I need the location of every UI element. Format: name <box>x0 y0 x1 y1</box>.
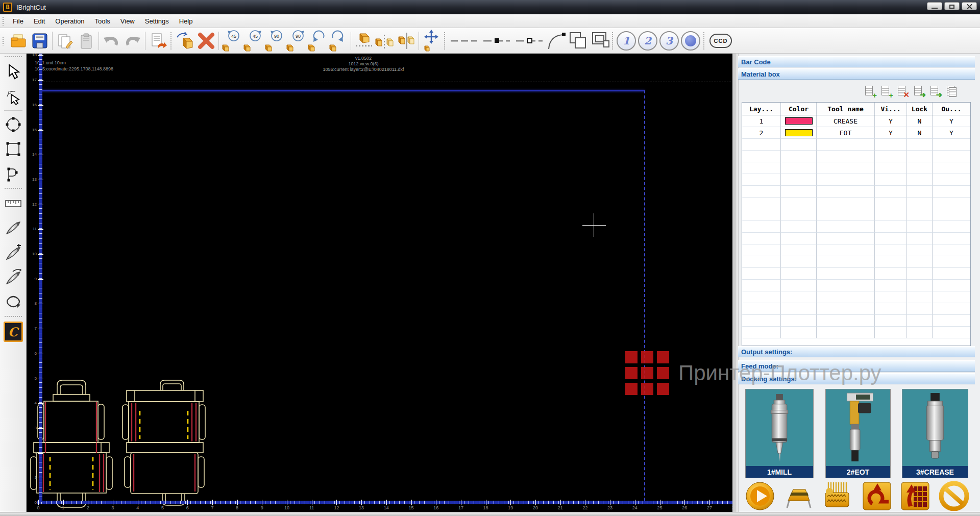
material-table-empty-row[interactable] <box>742 244 970 256</box>
head-all-button[interactable] <box>680 30 701 52</box>
material-box-toolbar: + + ✕ ➜ ➜ <box>738 82 975 101</box>
section-material-box[interactable]: Material box <box>738 68 975 80</box>
copy-button[interactable] <box>54 30 76 52</box>
svg-text:45: 45 <box>231 34 236 39</box>
dieline-drawing[interactable] <box>27 54 732 512</box>
minimize-button[interactable] <box>927 2 942 10</box>
menu-item-settings[interactable]: Settings <box>140 15 174 27</box>
line-style-node-button[interactable] <box>480 30 513 52</box>
output-file-button[interactable] <box>147 30 168 52</box>
add-layer-button[interactable]: + <box>864 85 876 98</box>
rect-tool-button[interactable] <box>2 137 25 161</box>
material-table-empty-row[interactable] <box>742 315 970 327</box>
material-table-row[interactable]: 1CREASEYNY <box>742 115 970 127</box>
material-table-empty-row[interactable] <box>742 268 970 280</box>
grid-arrow-button[interactable] <box>900 481 930 511</box>
mirror-horizontal-button[interactable] <box>374 30 396 52</box>
close-button[interactable] <box>962 2 977 10</box>
material-table-empty-row[interactable] <box>742 186 970 198</box>
stop-button[interactable] <box>939 481 969 511</box>
line-dash-icon <box>449 36 479 46</box>
tool-card-eot[interactable]: 2#EOT <box>825 389 891 478</box>
tool-card-label: 2#EOT <box>826 466 890 478</box>
save-button[interactable] <box>29 30 51 52</box>
material-table-row[interactable]: 2EOTYNY <box>742 127 970 139</box>
material-table-empty-row[interactable] <box>742 221 970 233</box>
insert-layer-button[interactable]: + <box>880 85 892 98</box>
material-table-empty-row[interactable] <box>742 303 970 315</box>
undo-button[interactable] <box>101 30 122 52</box>
rotate-cw-button[interactable] <box>328 30 349 52</box>
mirror-vertical-button[interactable] <box>396 30 417 52</box>
material-table-empty-row[interactable] <box>742 174 970 186</box>
arc-tool-button[interactable] <box>546 30 567 52</box>
head-3-button[interactable]: 3 <box>658 30 680 52</box>
redo-button[interactable] <box>122 30 143 52</box>
brush-button[interactable] <box>821 481 851 511</box>
move-button[interactable] <box>421 30 442 52</box>
head-1-button[interactable]: 1 <box>616 30 637 52</box>
group-copies-button[interactable] <box>589 30 610 52</box>
line-style-dash-button[interactable] <box>448 30 480 52</box>
export-layer-button[interactable]: ➜ <box>929 85 941 98</box>
material-table-empty-row[interactable] <box>742 139 970 151</box>
rotate-feed-button[interactable] <box>862 481 892 511</box>
section-bar-code[interactable]: Bar Code <box>738 56 975 67</box>
copy-layers-button[interactable] <box>945 85 958 98</box>
open-button[interactable] <box>8 30 29 52</box>
brand-tool-button[interactable]: C <box>2 320 25 343</box>
ccd-button[interactable]: CCD <box>707 30 734 52</box>
tool-card-crease[interactable]: 3#CREASE <box>902 389 968 478</box>
menu-item-help[interactable]: Help <box>174 15 198 27</box>
menu-item-view[interactable]: View <box>115 15 140 27</box>
output-file-icon <box>149 32 167 50</box>
rotate-45-cw-button[interactable]: 45 <box>242 30 263 52</box>
circle-tool-button[interactable] <box>2 113 25 136</box>
drawing-canvas[interactable]: 1011:unit:10cm 1055:coordinate:2295.1708… <box>27 54 732 512</box>
material-table-empty-row[interactable] <box>742 209 970 221</box>
material-table-empty-row[interactable] <box>742 291 970 303</box>
blade-curve-tool-button[interactable] <box>2 265 25 289</box>
measure-tool-button[interactable] <box>2 192 25 215</box>
tool-card-mill[interactable]: 1#MILL <box>745 389 814 478</box>
menu-item-operation[interactable]: Operation <box>50 15 89 27</box>
rotate-ccw-button[interactable] <box>306 30 328 52</box>
material-table-empty-row[interactable] <box>742 162 970 174</box>
blade-add-tool-button[interactable] <box>2 241 25 264</box>
select-arrow-icon <box>5 64 21 80</box>
start-button[interactable] <box>745 481 775 511</box>
material-table-empty-row[interactable] <box>742 280 970 291</box>
svg-text:45: 45 <box>253 34 258 39</box>
menu-item-edit[interactable]: Edit <box>29 15 50 27</box>
loop-tool-button[interactable] <box>2 290 25 313</box>
menu-item-file[interactable]: File <box>8 15 29 27</box>
rotate-90-ccw-button[interactable]: 90 <box>263 30 285 52</box>
section-feed-mode[interactable]: Feed mode: <box>738 360 975 372</box>
maximize-button[interactable] <box>944 2 960 10</box>
section-output-settings[interactable]: Output settings: <box>738 346 975 357</box>
menu-item-tools[interactable]: Tools <box>89 15 115 27</box>
import-layer-button[interactable]: ➜ <box>913 85 925 98</box>
delete-button[interactable] <box>195 30 217 52</box>
head-2-button[interactable]: 2 <box>637 30 658 52</box>
feeder-button[interactable] <box>783 481 813 511</box>
material-table-empty-row[interactable] <box>742 256 970 268</box>
material-table[interactable]: Lay...ColorTool nameVi...LockOu...1CREAS… <box>742 102 971 346</box>
rotate-90-cw-button[interactable]: 90 <box>285 30 306 52</box>
overlap-squares-button[interactable] <box>567 30 589 52</box>
material-table-empty-row[interactable] <box>742 151 970 162</box>
material-table-empty-row[interactable] <box>742 233 970 244</box>
align-ground-button[interactable] <box>353 30 374 52</box>
line-style-hollow-node-button[interactable] <box>513 30 546 52</box>
rotate-45-ccw-button[interactable]: 45 <box>220 30 242 52</box>
section-docking-settings[interactable]: Docking settings: <box>738 373 975 384</box>
path-tool-button[interactable] <box>2 162 25 185</box>
blade-tool-button[interactable] <box>2 216 25 240</box>
node-edit-tool-button[interactable] <box>2 85 25 108</box>
paste-button[interactable] <box>76 30 97 52</box>
material-table-empty-row[interactable] <box>742 327 970 338</box>
transform-button[interactable] <box>174 30 195 52</box>
material-table-empty-row[interactable] <box>742 198 970 209</box>
select-tool-button[interactable] <box>2 60 25 84</box>
delete-layer-button[interactable]: ✕ <box>896 85 909 98</box>
